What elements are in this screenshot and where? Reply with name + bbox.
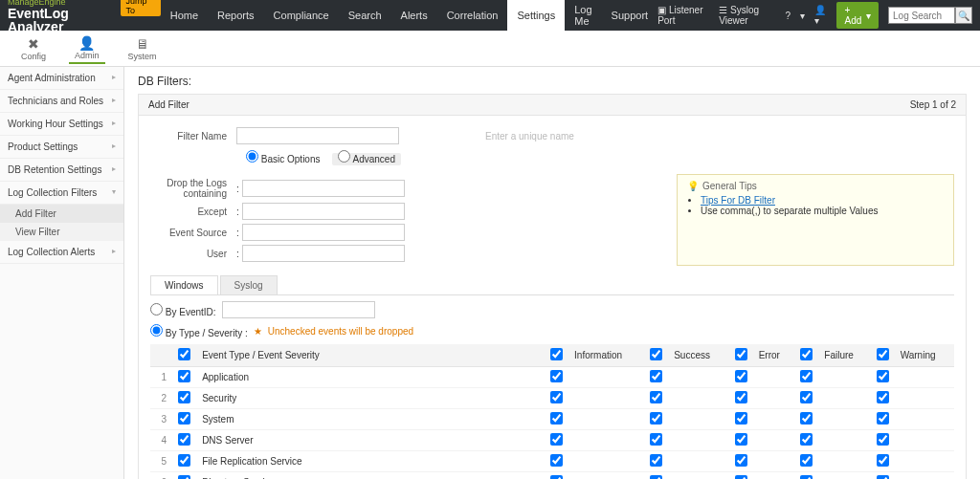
nav-home[interactable]: Home [161,0,208,31]
chevron-down-icon[interactable]: ▾ [800,11,805,21]
tab-windows[interactable]: Windows [150,275,218,294]
cell-checkbox[interactable] [650,370,662,382]
cell-checkbox[interactable] [735,370,747,382]
advanced-radio[interactable]: Advanced [332,153,401,165]
sidebar-agent-administration[interactable]: Agent Administration▸ [0,67,123,90]
cell-checkbox[interactable] [550,391,563,403]
nav-correlation[interactable]: Correlation [437,0,508,31]
row-checkbox[interactable] [178,370,190,382]
cell-checkbox[interactable] [800,412,813,425]
filter-name-input[interactable] [236,127,399,144]
cell-checkbox[interactable] [735,475,747,479]
tab-syslog[interactable]: Syslog [220,275,278,294]
cell-checkbox[interactable] [650,475,662,479]
sidebar-working-hour-settings[interactable]: Working Hour Settings▸ [0,113,123,136]
row-checkbox[interactable] [178,391,190,403]
col-warning: Warning [895,344,954,367]
cell-checkbox[interactable] [550,433,563,446]
cell-checkbox[interactable] [800,475,813,479]
nav-compliance[interactable]: Compliance [264,0,339,31]
subnav-admin[interactable]: 👤Admin [69,33,105,64]
event-source-input[interactable] [242,224,405,241]
eventid-input[interactable] [222,301,375,318]
nav-search[interactable]: Search [339,0,391,31]
nav-log-me[interactable]: Log Me [565,0,601,31]
subnav-config[interactable]: ✖Config [15,34,52,63]
col-failure: Failure [818,344,870,367]
nav-settings[interactable]: Settings [507,0,565,31]
cell-checkbox[interactable] [550,370,563,382]
cell-checkbox[interactable] [735,391,747,403]
search-button[interactable]: 🔍 [955,7,972,24]
sidebar-technicians-and-roles[interactable]: Technicians and Roles▸ [0,90,123,113]
sidebar-sub-view-filter[interactable]: View Filter [0,223,123,241]
event-type-table: Event Type / Event Severity Information … [150,344,954,479]
cell-checkbox[interactable] [735,433,747,446]
row-checkbox[interactable] [178,433,190,446]
header-checkbox[interactable] [178,348,190,360]
user-label: User [150,249,236,259]
sidebar-db-retention-settings[interactable]: DB Retention Settings▸ [0,159,123,182]
row-checkbox[interactable] [178,454,190,467]
cell-checkbox[interactable] [877,370,889,382]
cell-checkbox[interactable] [735,412,747,425]
except-input[interactable] [242,203,405,220]
user-input[interactable] [242,245,405,262]
cell-checkbox[interactable] [800,391,813,403]
panel-header: Add Filter Step 1 of 2 [139,95,966,116]
sidebar-log-collection-filters[interactable]: Log Collection Filters▾ [0,182,123,205]
cell-checkbox[interactable] [650,454,662,467]
col-info-checkbox[interactable] [550,348,563,360]
panel-title: Add Filter [148,99,189,110]
topbar: ManageEngine EventLog Analyzer Jump To H… [0,0,980,31]
col-error-checkbox[interactable] [735,348,747,360]
nav-reports[interactable]: Reports [208,0,264,31]
chevron-icon: ▸ [112,119,116,129]
cell-checkbox[interactable] [800,454,813,467]
chevron-icon: ▾ [112,187,116,198]
syslog-viewer-link[interactable]: ☰ Syslog Viewer [719,5,775,26]
sidebar-product-settings[interactable]: Product Settings▸ [0,136,123,159]
nav-alerts[interactable]: Alerts [391,0,437,31]
table-row: 2Security [150,388,954,409]
cell-checkbox[interactable] [550,412,563,425]
cell-checkbox[interactable] [650,433,662,446]
basic-options-radio[interactable]: Basic Options [246,154,320,164]
row-checkbox[interactable] [178,412,190,425]
cell-checkbox[interactable] [877,433,889,446]
cell-checkbox[interactable] [800,433,813,446]
log-search-input[interactable] [888,7,955,24]
chevron-icon: ▸ [112,247,116,257]
col-warning-checkbox[interactable] [877,348,889,360]
cell-checkbox[interactable] [877,412,889,425]
admin-icon: 👤 [78,35,95,51]
cell-checkbox[interactable] [877,475,889,479]
sidebar-sub-add-filter[interactable]: Add Filter [0,205,123,223]
by-eventid-radio[interactable]: By EventID: [150,303,216,317]
listener-port-link[interactable]: ▣ Listener Port [657,5,709,26]
row-checkbox[interactable] [178,475,190,479]
add-button[interactable]: + Add ▾ [836,2,879,29]
tips-link[interactable]: Tips For DB Filter [701,195,775,206]
jump-to-badge[interactable]: Jump To [121,0,161,16]
nav-support[interactable]: Support [602,0,658,31]
by-type-radio[interactable]: By Type / Severity : [150,324,248,338]
cell-checkbox[interactable] [877,391,889,403]
sidebar-log-collection-alerts[interactable]: Log Collection Alerts▸ [0,241,123,264]
drop-logs-input[interactable] [242,180,405,197]
user-icon[interactable]: 👤▾ [814,5,827,26]
bulb-icon: 💡 [687,181,699,191]
except-label: Except [150,207,236,217]
table-row: 4DNS Server [150,430,954,451]
col-success-checkbox[interactable] [650,348,662,360]
cell-checkbox[interactable] [800,370,813,382]
subnav-system[interactable]: 🖥System [122,34,163,63]
help-icon[interactable]: ? [785,11,791,21]
cell-checkbox[interactable] [735,454,747,467]
cell-checkbox[interactable] [550,454,563,467]
cell-checkbox[interactable] [877,454,889,467]
cell-checkbox[interactable] [550,475,563,479]
cell-checkbox[interactable] [650,412,662,425]
col-failure-checkbox[interactable] [800,348,813,360]
cell-checkbox[interactable] [650,391,662,403]
